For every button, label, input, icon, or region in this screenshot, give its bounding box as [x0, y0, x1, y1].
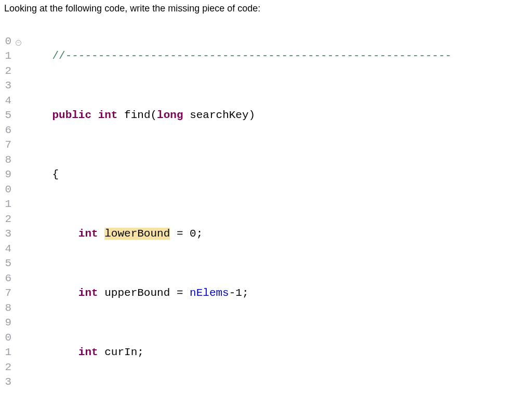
line-number: 3 — [2, 227, 11, 242]
line-number: 9 — [2, 316, 11, 331]
line-number: 9 — [2, 167, 11, 182]
keyword-long: long — [157, 109, 183, 121]
line-number: 1 — [2, 345, 11, 360]
code-content: //--------------------------------------… — [26, 19, 532, 405]
line-number: 7 — [2, 138, 11, 153]
var-curin: curIn — [104, 346, 137, 358]
line-number: 4 — [2, 94, 11, 109]
var-lowerbound: lowerBound — [104, 228, 170, 240]
line-number: 3 — [2, 375, 11, 390]
line-number: 5 — [2, 256, 11, 271]
line-number: 0 — [2, 34, 11, 49]
comment: //--------------------------------------… — [52, 50, 451, 62]
method-name: find — [124, 109, 150, 121]
fold-collapse-icon[interactable]: − — [16, 40, 21, 46]
field-nelems: nElems — [190, 287, 229, 299]
line-number: 8 — [2, 153, 11, 168]
line-number — [2, 19, 11, 34]
line-number: 2 — [2, 212, 11, 227]
line-number-gutter: 0 1 2 3 4 5 6 7 8 9 0 1 2 3 4 5 6 7 8 9 … — [2, 19, 16, 405]
line-number: 6 — [2, 271, 11, 286]
line-number: 5 — [2, 108, 11, 123]
line-number — [2, 390, 11, 405]
line-number: 2 — [2, 360, 11, 375]
keyword-int: int — [78, 228, 98, 240]
keyword-public: public — [52, 109, 91, 121]
line-number: 2 — [2, 64, 11, 79]
var-upperbound: upperBound — [104, 287, 170, 299]
keyword-int: int — [78, 346, 98, 358]
keyword-int: int — [98, 109, 118, 121]
line-number: 4 — [2, 242, 11, 257]
line-number: 3 — [2, 79, 11, 94]
code-editor: 0 1 2 3 4 5 6 7 8 9 0 1 2 3 4 5 6 7 8 9 … — [0, 19, 532, 405]
line-number: 0 — [2, 331, 11, 346]
line-number: 7 — [2, 286, 11, 301]
line-number: 0 — [2, 182, 11, 198]
line-number: 6 — [2, 123, 11, 138]
param-searchkey: searchKey — [190, 109, 248, 121]
keyword-int: int — [78, 287, 98, 299]
line-number: 1 — [2, 49, 11, 64]
line-number: 1 — [2, 197, 11, 212]
question-text: Looking at the following code, write the… — [0, 0, 532, 19]
fold-marker-gutter: − — [16, 19, 26, 405]
line-number: 8 — [2, 301, 11, 316]
